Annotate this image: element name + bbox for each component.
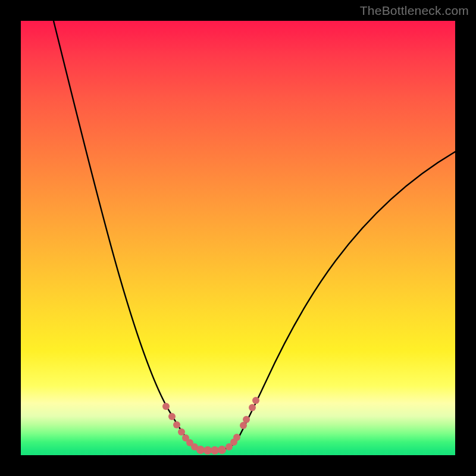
chart-frame: TheBottleneck.com (0, 0, 476, 476)
curve-dot (218, 446, 226, 454)
bottleneck-curve (54, 21, 455, 449)
curve-dot (233, 434, 240, 441)
curve-dot (178, 428, 185, 436)
curve-dot (168, 413, 176, 420)
plot-area (21, 21, 455, 455)
watermark-text: TheBottleneck.com (360, 4, 469, 18)
curve-dot (243, 416, 250, 423)
curve-dot (252, 397, 259, 404)
curve-dot (211, 446, 219, 455)
curve-dot (196, 446, 205, 454)
curve-dot (249, 404, 256, 411)
bottleneck-curve-layer (21, 21, 455, 455)
curve-dot (173, 421, 180, 428)
curve-dots-group (162, 397, 259, 455)
curve-dot (162, 403, 170, 410)
curve-dot (203, 446, 212, 455)
